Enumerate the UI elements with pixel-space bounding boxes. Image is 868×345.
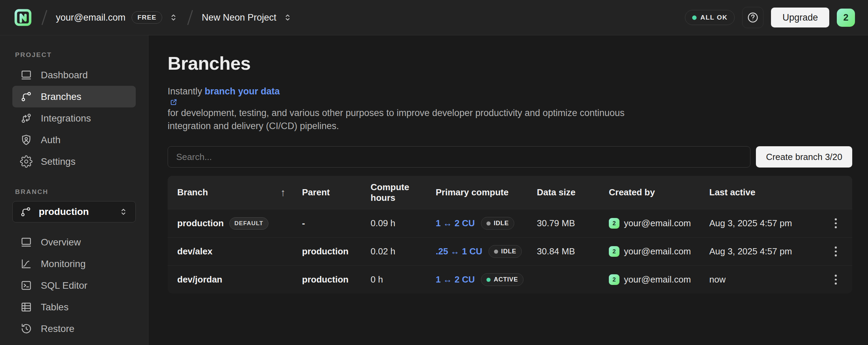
neon-logo[interactable]: [13, 8, 33, 27]
creator-email: your@email.com: [624, 246, 691, 257]
table-header-row: Branch ↑ Parent Compute hours Primary co…: [168, 176, 852, 209]
app-window: your@email.com FREE New Neon Project ALL…: [0, 0, 868, 345]
sidebar-item-settings[interactable]: Settings: [12, 151, 136, 172]
branch-icon: [20, 90, 33, 103]
last-active-cell: Aug 3, 2025 4:57 pm: [709, 218, 819, 229]
sidebar-item-label: Monitoring: [41, 258, 86, 269]
external-link-icon: [169, 98, 178, 106]
table-row-dev-jordan[interactable]: dev/jordan production 0 h 1 ↔ 2 CU ACTIV…: [168, 265, 852, 294]
plan-badge: FREE: [132, 11, 162, 24]
sidebar-item-label: Dashboard: [41, 70, 88, 81]
sidebar-item-branches[interactable]: Branches: [12, 86, 136, 107]
column-header-compute-hours: Compute hours: [371, 182, 436, 203]
branches-table: Branch ↑ Parent Compute hours Primary co…: [168, 176, 852, 294]
sidebar-item-monitoring[interactable]: Monitoring: [12, 253, 136, 275]
data-size-cell: 30.84 MB: [537, 246, 609, 257]
sort-ascending-icon[interactable]: ↑: [280, 187, 286, 198]
row-actions-kebab-icon[interactable]: [831, 215, 840, 232]
compute-hours-cell: 0.09 h: [371, 218, 436, 229]
creator-email: your@email.com: [624, 218, 691, 229]
row-actions-kebab-icon[interactable]: [831, 271, 840, 288]
main-content: Branches Instantly branch your data for …: [148, 35, 868, 345]
project-section-label: PROJECT: [15, 51, 136, 59]
org-selector[interactable]: your@email.com FREE: [56, 11, 179, 24]
sidebar-item-label: Overview: [41, 237, 81, 248]
state-badge-idle: IDLE: [489, 245, 522, 258]
branch-name: dev/alex: [177, 246, 213, 257]
gear-icon: [20, 155, 33, 168]
sidebar-item-label: Auth: [41, 135, 61, 146]
integrations-icon: [20, 112, 33, 125]
tables-grid-icon: [20, 301, 33, 313]
table-row-production[interactable]: production DEFAULT - 0.09 h 1 ↔ 2 CU IDL…: [168, 209, 852, 237]
branch-icon: [20, 206, 32, 218]
branch-cell: dev/alex: [177, 246, 302, 257]
chevron-up-down-icon: [282, 12, 293, 23]
branch-selector-value: production: [39, 206, 89, 217]
chevron-up-down-icon: [168, 12, 179, 23]
dashboard-icon: [20, 69, 33, 81]
sidebar-item-dashboard[interactable]: Dashboard: [12, 64, 136, 86]
branch-name: production: [177, 218, 224, 229]
compute-units-link[interactable]: 1 ↔ 2 CU: [436, 218, 475, 229]
help-button[interactable]: [742, 7, 763, 28]
breadcrumb-divider: [187, 10, 193, 25]
last-active-cell: Aug 3, 2025 4:57 pm: [709, 246, 819, 257]
branch-your-data-link[interactable]: branch your data: [168, 86, 663, 106]
column-header-last-active: Last active: [709, 187, 819, 198]
sidebar-item-restore[interactable]: Restore: [12, 318, 136, 340]
branch-selector[interactable]: production: [12, 201, 136, 222]
sidebar-item-label: Settings: [41, 156, 75, 167]
sidebar-item-label: Branches: [41, 91, 81, 102]
parent-cell: -: [302, 218, 371, 229]
parent-cell: production: [302, 246, 371, 257]
sidebar-item-label: Tables: [41, 302, 69, 313]
sidebar-item-integrations[interactable]: Integrations: [12, 107, 136, 129]
description-suffix: for development, testing, and various ot…: [168, 108, 625, 131]
column-header-branch[interactable]: Branch ↑: [177, 187, 302, 198]
state-badge-active: ACTIVE: [481, 273, 523, 286]
project-selector[interactable]: New Neon Project: [202, 12, 293, 23]
creator-avatar: 2: [609, 246, 619, 257]
creator-avatar: 2: [609, 274, 619, 285]
monitoring-chart-icon: [20, 257, 33, 270]
sidebar: PROJECT Dashboard Branches: [0, 35, 148, 345]
created-by-cell: 2 your@email.com: [609, 246, 709, 257]
question-circle-icon: [746, 11, 759, 24]
primary-compute-cell: .25 ↔ 1 CU IDLE: [436, 245, 537, 258]
create-branch-button[interactable]: Create branch 3/20: [756, 146, 852, 168]
state-dot-icon: [486, 221, 491, 226]
row-actions-kebab-icon[interactable]: [831, 243, 840, 260]
column-header-created-by: Created by: [609, 187, 709, 198]
parent-cell: production: [302, 274, 371, 285]
sidebar-item-auth[interactable]: Auth: [12, 129, 136, 151]
column-header-parent: Parent: [302, 187, 371, 198]
state-dot-icon: [494, 250, 498, 254]
restore-history-icon: [20, 322, 33, 335]
sidebar-item-label: Integrations: [41, 113, 91, 124]
sidebar-item-tables[interactable]: Tables: [12, 296, 136, 318]
sidebar-item-overview[interactable]: Overview: [12, 231, 136, 253]
status-label: ALL OK: [700, 14, 727, 21]
breadcrumb-divider: [41, 10, 47, 25]
compute-units-link[interactable]: 1 ↔ 2 CU: [436, 274, 475, 285]
primary-compute-cell: 1 ↔ 2 CU IDLE: [436, 217, 537, 230]
project-name: New Neon Project: [202, 12, 276, 23]
column-label: Branch: [177, 187, 208, 198]
column-header-data-size: Data size: [537, 187, 609, 198]
sql-editor-terminal-icon: [20, 279, 33, 292]
default-badge: DEFAULT: [229, 217, 268, 230]
search-input[interactable]: [168, 146, 750, 168]
branches-toolbar: Create branch 3/20: [168, 146, 852, 168]
creator-email: your@email.com: [624, 274, 691, 285]
description-prefix: Instantly: [168, 86, 205, 96]
compute-units-link[interactable]: .25 ↔ 1 CU: [436, 246, 482, 257]
table-row-dev-alex[interactable]: dev/alex production 0.02 h .25 ↔ 1 CU ID…: [168, 237, 852, 265]
upgrade-button[interactable]: Upgrade: [771, 8, 829, 27]
status-pill[interactable]: ALL OK: [685, 10, 735, 25]
creator-avatar: 2: [609, 218, 619, 229]
column-header-primary-compute: Primary compute: [436, 187, 537, 198]
sidebar-item-sql-editor[interactable]: SQL Editor: [12, 275, 136, 296]
link-text: branch your data: [205, 86, 280, 96]
user-avatar[interactable]: 2: [837, 9, 855, 27]
